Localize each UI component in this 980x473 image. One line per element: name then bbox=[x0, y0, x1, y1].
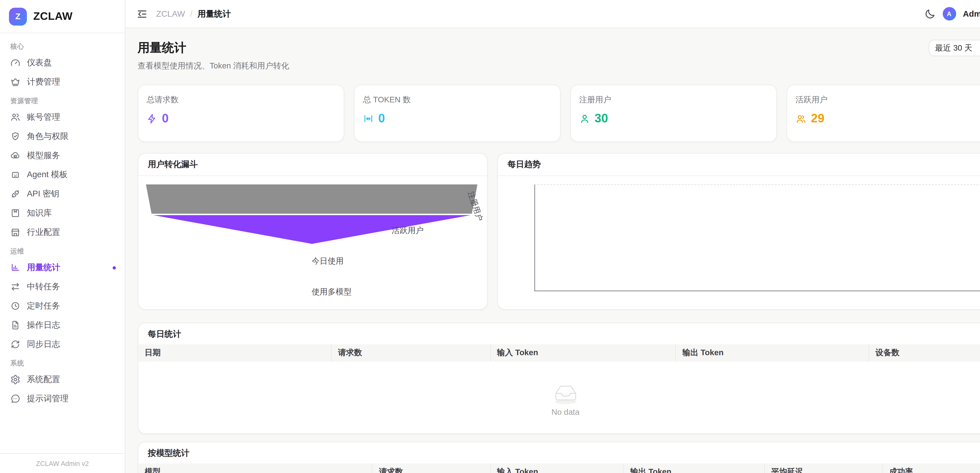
sidebar-item-label: 操作日志 bbox=[27, 319, 60, 331]
nav-section-label: 资源管理 bbox=[10, 96, 115, 106]
card-title: 每日趋势 bbox=[498, 154, 980, 176]
sidebar-item-label: 仪表盘 bbox=[27, 57, 52, 68]
file-text-icon bbox=[10, 320, 21, 330]
funnel-chart: 注册用户 活跃用户 今日使用 使用多模型 bbox=[138, 176, 487, 309]
sidebar-item-label: 中转任务 bbox=[27, 281, 60, 293]
sidebar-item-label: 系统配置 bbox=[27, 374, 60, 385]
refresh-icon bbox=[10, 339, 21, 349]
stat-card-total-tokens: 总 TOKEN 数 0 bbox=[354, 84, 561, 142]
table-header-row: 模型 请求数 输入 Token 输出 Token 平均延迟 成功率 bbox=[138, 463, 980, 473]
stat-label: 注册用户 bbox=[579, 95, 768, 106]
sidebar-item-sync-logs[interactable]: 同步日志 bbox=[0, 335, 125, 354]
column-header[interactable]: 日期 bbox=[138, 344, 331, 362]
daily-stats-table: 日期 请求数 输入 Token 输出 Token 设备数 bbox=[138, 344, 980, 362]
column-header[interactable]: 请求数 bbox=[331, 344, 490, 362]
package-icon bbox=[10, 208, 21, 218]
funnel-stage-registered[interactable] bbox=[146, 184, 477, 213]
brand-header: Z ZCLAW bbox=[0, 0, 125, 33]
column-header[interactable]: 输入 Token bbox=[490, 344, 676, 362]
trend-chart-plot-area bbox=[535, 184, 980, 291]
sidebar-item-label: 提示词管理 bbox=[27, 393, 68, 405]
sidebar-item-roles[interactable]: 角色与权限 bbox=[0, 127, 125, 146]
column-header[interactable]: 输出 Token bbox=[676, 344, 869, 362]
column-header[interactable]: 输出 Token bbox=[624, 463, 764, 473]
sidebar-item-scheduled-tasks[interactable]: 定时任务 bbox=[0, 296, 125, 315]
model-stats-table: 模型 请求数 输入 Token 输出 Token 平均延迟 成功率 bbox=[138, 463, 980, 473]
sidebar-item-label: 知识库 bbox=[27, 207, 52, 219]
shield-check-icon bbox=[10, 131, 21, 141]
sidebar-item-industry-config[interactable]: 行业配置 bbox=[0, 223, 125, 242]
date-range-value: 最近 30 天 bbox=[935, 43, 972, 54]
column-header[interactable]: 成功率 bbox=[882, 463, 980, 473]
clock-icon bbox=[10, 301, 21, 311]
sidebar-item-agent-templates[interactable]: Agent 模板 bbox=[0, 165, 125, 184]
breadcrumb-current: 用量统计 bbox=[197, 8, 231, 20]
store-icon bbox=[10, 227, 21, 237]
moon-icon[interactable] bbox=[924, 8, 935, 20]
sidebar-item-usage-stats[interactable]: 用量统计 bbox=[0, 258, 125, 277]
trend-chart-card: 每日趋势 bbox=[497, 153, 980, 310]
arrows-swap-icon bbox=[10, 282, 21, 292]
column-header[interactable]: 平均延迟 bbox=[765, 463, 883, 473]
breadcrumb-root[interactable]: ZCLAW bbox=[156, 9, 185, 19]
stat-value: 30 bbox=[595, 111, 608, 126]
sidebar-item-label: 计费管理 bbox=[27, 76, 60, 88]
sidebar-item-label: API 密钥 bbox=[27, 188, 59, 200]
plug-icon bbox=[10, 189, 21, 199]
funnel-label-multimodel: 使用多模型 bbox=[312, 287, 352, 298]
users-icon bbox=[10, 112, 21, 122]
column-header[interactable]: 设备数 bbox=[869, 344, 980, 362]
funnel-chart-card: 用户转化漏斗 注册用户 活跃用户 今日使用 使用多模型 bbox=[138, 153, 488, 310]
date-range-select[interactable]: 最近 30 天 bbox=[929, 40, 980, 56]
sidebar-item-operation-logs[interactable]: 操作日志 bbox=[0, 315, 125, 335]
app-window: Z ZCLAW 核心 仪表盘 计费管理 资源管理 bbox=[0, 0, 980, 473]
column-header[interactable]: 模型 bbox=[138, 463, 372, 473]
sidebar-item-label: 行业配置 bbox=[27, 226, 60, 238]
sidebar-item-label: 模型服务 bbox=[27, 150, 60, 161]
sidebar-item-accounts[interactable]: 账号管理 bbox=[0, 108, 125, 127]
logo-letter: Z bbox=[15, 11, 21, 21]
user-avatar[interactable]: A bbox=[942, 7, 956, 21]
user-icon bbox=[579, 113, 590, 124]
sidebar-item-dashboard[interactable]: 仪表盘 bbox=[0, 53, 125, 72]
sidebar-item-api-keys[interactable]: API 密钥 bbox=[0, 184, 125, 204]
sidebar-item-label: Agent 模板 bbox=[27, 169, 68, 180]
funnel-label-today: 今日使用 bbox=[312, 256, 344, 267]
stat-label: 总请求数 bbox=[146, 95, 336, 106]
stat-card-total-requests: 总请求数 0 bbox=[138, 84, 344, 142]
nav-section-label: 核心 bbox=[10, 41, 115, 51]
sidebar-item-label: 用量统计 bbox=[27, 262, 60, 274]
gear-icon bbox=[10, 374, 21, 385]
nav-section-label: 运维 bbox=[10, 246, 115, 256]
brand-logo: Z bbox=[9, 8, 27, 25]
stat-value: 29 bbox=[811, 111, 824, 126]
active-indicator-dot bbox=[113, 266, 116, 269]
message-dots-icon bbox=[10, 393, 21, 404]
funnel-label-active: 活跃用户 bbox=[391, 225, 423, 236]
card-title: 用户转化漏斗 bbox=[138, 154, 487, 176]
table-title: 每日统计 bbox=[138, 323, 980, 344]
page-subtitle: 查看模型使用情况、Token 消耗和用户转化 bbox=[138, 61, 289, 72]
stat-value: 0 bbox=[162, 111, 169, 126]
model-stats-card: 按模型统计 模型 请求数 输入 Token 输出 Token 平均延迟 成功率 bbox=[138, 442, 980, 473]
sidebar-item-model-service[interactable]: 模型服务 bbox=[0, 146, 125, 165]
sidebar-footer: ZCLAW Admin v2 bbox=[0, 453, 125, 473]
sidebar-item-label: 角色与权限 bbox=[27, 131, 68, 142]
sidebar-item-relay-tasks[interactable]: 中转任务 bbox=[0, 277, 125, 296]
sidebar-item-label: 同步日志 bbox=[27, 339, 60, 350]
bar-chart-icon bbox=[10, 263, 21, 273]
sidebar-item-prompt-management[interactable]: 提示词管理 bbox=[0, 389, 125, 408]
column-header[interactable]: 输入 Token bbox=[490, 463, 624, 473]
empty-state-text: No data bbox=[551, 407, 579, 416]
sidebar: Z ZCLAW 核心 仪表盘 计费管理 资源管理 bbox=[0, 0, 126, 473]
sidebar-collapse-icon[interactable] bbox=[137, 8, 148, 20]
sidebar-item-knowledge-base[interactable]: 知识库 bbox=[0, 204, 125, 223]
breadcrumb-separator: / bbox=[190, 9, 192, 19]
stat-label: 活跃用户 bbox=[795, 95, 980, 106]
empty-state: No data bbox=[138, 362, 980, 433]
sidebar-item-billing[interactable]: 计费管理 bbox=[0, 72, 125, 92]
user-name[interactable]: Admin bbox=[963, 9, 980, 19]
sidebar-item-system-config[interactable]: 系统配置 bbox=[0, 370, 125, 389]
stat-card-registered-users: 注册用户 30 bbox=[570, 84, 777, 142]
column-header[interactable]: 请求数 bbox=[372, 463, 490, 473]
